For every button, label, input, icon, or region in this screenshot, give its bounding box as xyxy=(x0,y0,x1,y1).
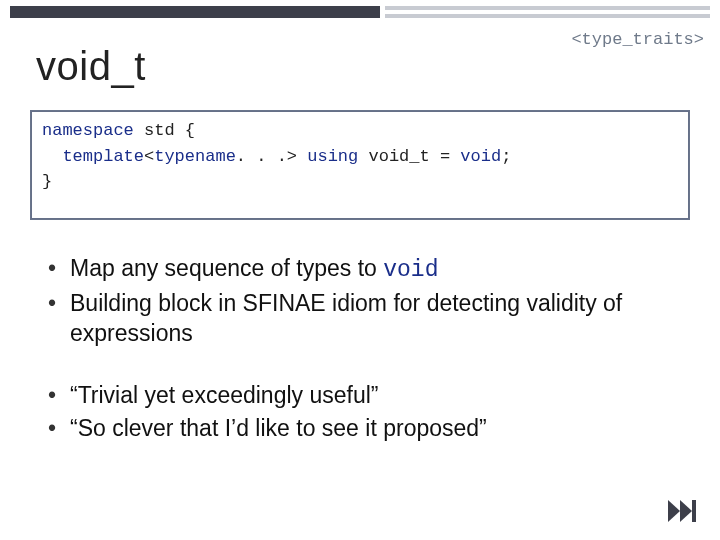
code-text: void_t = xyxy=(358,147,460,166)
bullet-item: “Trivial yet exceedingly useful” xyxy=(48,381,688,411)
code-text: . . .> xyxy=(236,147,307,166)
accent-bar-light-bottom xyxy=(385,14,710,18)
bullet-text: Building block in SFINAE idiom for detec… xyxy=(70,290,622,346)
inline-code-void: void xyxy=(383,257,438,283)
svg-rect-2 xyxy=(692,500,696,522)
accent-bar-light-top xyxy=(385,6,710,10)
keyword-namespace: namespace xyxy=(42,121,134,140)
bullet-item: Building block in SFINAE idiom for detec… xyxy=(48,289,688,349)
code-text: < xyxy=(144,147,154,166)
keyword-typename: typename xyxy=(154,147,236,166)
header-include-label: <type_traits> xyxy=(571,30,704,49)
code-line-1: namespace std { xyxy=(42,118,678,144)
code-text: std { xyxy=(134,121,195,140)
svg-marker-1 xyxy=(680,500,692,522)
bullet-list: Map any sequence of types to void Buildi… xyxy=(48,254,688,446)
code-line-2: template<typename. . .> using void_t = v… xyxy=(42,144,678,170)
keyword-using: using xyxy=(307,147,358,166)
bullet-item: “So clever that I’d like to see it propo… xyxy=(48,414,688,444)
accent-bar-dark xyxy=(10,6,380,18)
keyword-void: void xyxy=(460,147,501,166)
fast-forward-icon[interactable] xyxy=(668,500,696,522)
bullet-text: “Trivial yet exceedingly useful” xyxy=(70,382,379,408)
bullet-item: Map any sequence of types to void xyxy=(48,254,688,286)
code-block: namespace std { template<typename. . .> … xyxy=(30,110,690,220)
code-text: ; xyxy=(501,147,511,166)
bullet-text: Map any sequence of types to xyxy=(70,255,383,281)
keyword-template: template xyxy=(62,147,144,166)
page-title: void_t xyxy=(36,44,146,89)
code-line-3: } xyxy=(42,169,678,195)
bullet-text: “So clever that I’d like to see it propo… xyxy=(70,415,487,441)
svg-marker-0 xyxy=(668,500,680,522)
